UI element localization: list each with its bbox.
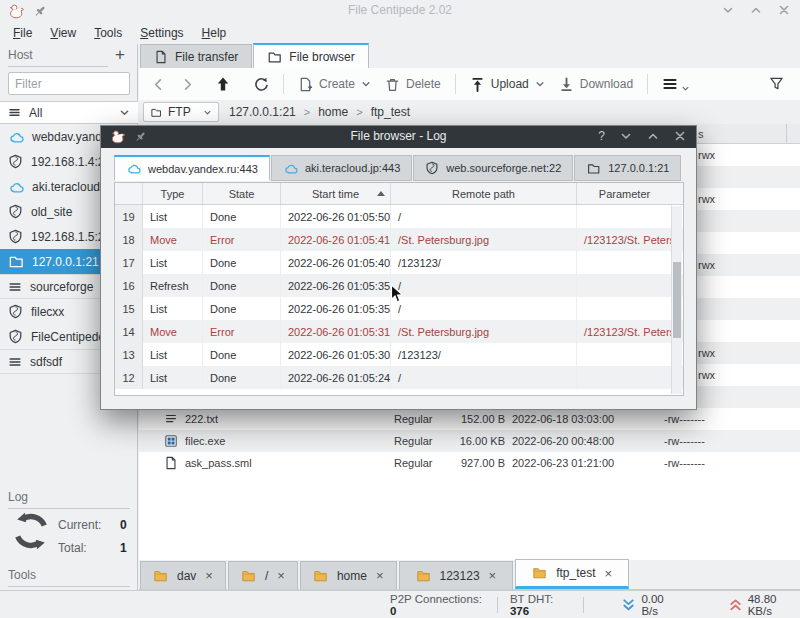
scrollbar-thumb[interactable] <box>673 262 681 338</box>
protocol-selector[interactable]: FTP <box>143 102 219 122</box>
folder-icon <box>241 569 256 583</box>
log-tab-webdav[interactable]: webdav.yandex.ru:443 <box>114 155 270 181</box>
log-row-18[interactable]: 18MoveError2022-06-26 01:05:41/St. Peter… <box>115 228 683 251</box>
folder-icon <box>532 566 547 580</box>
menu-view[interactable]: View <box>41 24 85 42</box>
download-speed: 0.00 B/s <box>622 593 680 617</box>
chevron-down-icon <box>119 108 130 117</box>
shield-icon <box>8 204 23 219</box>
chevron-down-icon <box>361 80 371 88</box>
dialog-help-button[interactable]: ? <box>598 129 605 143</box>
download-button[interactable]: Download <box>559 77 633 92</box>
tab-file-transfer[interactable]: File transfer <box>140 44 252 68</box>
close-icon[interactable] <box>778 4 790 16</box>
bt-dht: BT DHT: 376 <box>510 593 571 617</box>
text-file-icon <box>164 412 178 426</box>
log-tab-127-0-0-1[interactable]: 127.0.0.1:21 <box>574 155 681 181</box>
col-type[interactable]: Type <box>143 183 203 204</box>
upload-button[interactable]: Upload <box>470 77 545 92</box>
list-icon <box>8 106 21 119</box>
col-state[interactable]: State <box>203 183 281 204</box>
chevron-down-icon <box>535 80 545 88</box>
dialog-maximize-icon[interactable] <box>647 131 659 141</box>
download-speed-icon <box>622 598 635 612</box>
path-tab-home[interactable]: home × <box>300 561 397 589</box>
dialog-minimize-icon[interactable] <box>620 131 632 141</box>
create-button[interactable]: Create <box>298 77 371 92</box>
new-file-icon <box>298 77 313 92</box>
file-row-filec-exe[interactable]: filec.exe Regular 16.00 KB 2022-06-20 00… <box>139 430 800 452</box>
chevron-down-icon <box>681 85 690 92</box>
path-tab-dav[interactable]: dav × <box>140 561 226 589</box>
minimize-icon[interactable] <box>722 5 734 15</box>
delete-button[interactable]: Delete <box>385 77 441 92</box>
breadcrumb-host[interactable]: 127.0.0.1:21 <box>229 105 296 119</box>
back-button[interactable] <box>151 77 166 92</box>
close-tab-icon[interactable]: × <box>376 568 384 583</box>
path-tab-123123[interactable]: 123123 × <box>399 561 514 589</box>
path-tab-root[interactable]: / × <box>228 561 298 589</box>
p2p-connections: P2P Connections: 0 <box>390 593 485 617</box>
file-icon <box>154 50 168 64</box>
log-table-header: Type State Start time Remote path Parame… <box>115 183 683 205</box>
menu-file[interactable]: File <box>4 24 41 42</box>
toolbar-divider <box>283 74 284 94</box>
log-row-13[interactable]: 13ListDone2022-06-26 01:05:30/123123/ <box>115 343 683 366</box>
log-table-scrollbar[interactable] <box>671 206 682 394</box>
close-tab-icon[interactable]: × <box>489 568 497 583</box>
breadcrumb-separator: > <box>304 106 310 118</box>
log-tab-sourceforge[interactable]: web.sourceforge.net:22 <box>413 155 573 181</box>
filter-input[interactable] <box>8 72 130 95</box>
file-row-222-txt[interactable]: 222.txt Regular 152.00 B 2022-06-18 03:0… <box>139 408 800 430</box>
sort-asc-icon <box>377 191 385 196</box>
log-row-19[interactable]: 19ListDone2022-06-26 01:05:50/ <box>115 205 683 228</box>
col-parameter[interactable]: Parameter <box>577 183 672 204</box>
tools-section-header: Tools <box>8 568 130 587</box>
menu-settings[interactable]: Settings <box>131 24 192 42</box>
refresh-button[interactable] <box>253 76 269 92</box>
forward-button[interactable] <box>180 77 195 92</box>
upload-speed: 48.80 KB/s <box>729 593 800 617</box>
log-row-12[interactable]: 12ListDone2022-06-26 01:05:24/ <box>115 366 683 389</box>
dialog-titlebar[interactable]: File browser - Log ? <box>101 126 696 148</box>
close-tab-icon[interactable]: × <box>205 568 213 583</box>
folder-icon <box>416 569 431 583</box>
menu-tools[interactable]: Tools <box>85 24 131 42</box>
toolbar-divider <box>647 74 648 94</box>
cloud-icon <box>8 130 24 144</box>
close-tab-icon[interactable]: × <box>277 568 285 583</box>
path-tab-strip: dav × / × home × 123123 × ftp_test × <box>139 560 800 590</box>
shield-icon <box>8 329 23 344</box>
chevron-down-icon <box>203 109 212 116</box>
col-rownum[interactable] <box>115 183 143 204</box>
upload-speed-icon <box>729 598 742 612</box>
log-row-14[interactable]: 14MoveError2022-06-26 01:05:31/St. Peter… <box>115 320 683 343</box>
col-start-time[interactable]: Start time <box>281 183 391 204</box>
folder-icon <box>267 50 282 64</box>
path-tab-ftp-test[interactable]: ftp_test × <box>515 559 629 589</box>
filter-funnel-button[interactable] <box>769 76 784 91</box>
shield-icon <box>8 154 23 169</box>
col-remote-path[interactable]: Remote path <box>391 183 577 204</box>
file-row-ask-pass-sml[interactable]: ask_pass.sml Regular 927.00 B 2022-06-23… <box>139 452 800 474</box>
list-icon <box>8 355 22 369</box>
add-host-button[interactable]: + <box>115 46 125 64</box>
file-icon <box>164 456 178 470</box>
tab-file-browser[interactable]: File browser <box>253 43 368 68</box>
log-row-17[interactable]: 17ListDone2022-06-26 01:05:40/123123/ <box>115 251 683 274</box>
breadcrumb-ftp-test[interactable]: ftp_test <box>371 105 410 119</box>
menu-button[interactable] <box>662 76 690 92</box>
menu-help[interactable]: Help <box>193 24 236 42</box>
log-tab-teracloud[interactable]: aki.teracloud.jp:443 <box>271 155 412 181</box>
close-tab-icon[interactable]: × <box>605 566 613 581</box>
window-title: File Centipede 2.02 <box>0 3 800 17</box>
status-bar: P2P Connections: 0 BT DHT: 376 0.00 B/s … <box>0 590 800 618</box>
up-directory-button[interactable] <box>215 76 231 92</box>
host-view-selector[interactable]: All <box>0 101 138 124</box>
maximize-icon[interactable] <box>750 5 762 15</box>
dialog-tab-strip: webdav.yandex.ru:443 aki.teracloud.jp:44… <box>114 155 681 181</box>
breadcrumb-home[interactable]: home <box>318 105 348 119</box>
dialog-close-icon[interactable] <box>674 130 686 142</box>
log-total: Total:1 <box>58 541 87 555</box>
download-icon <box>559 77 574 92</box>
